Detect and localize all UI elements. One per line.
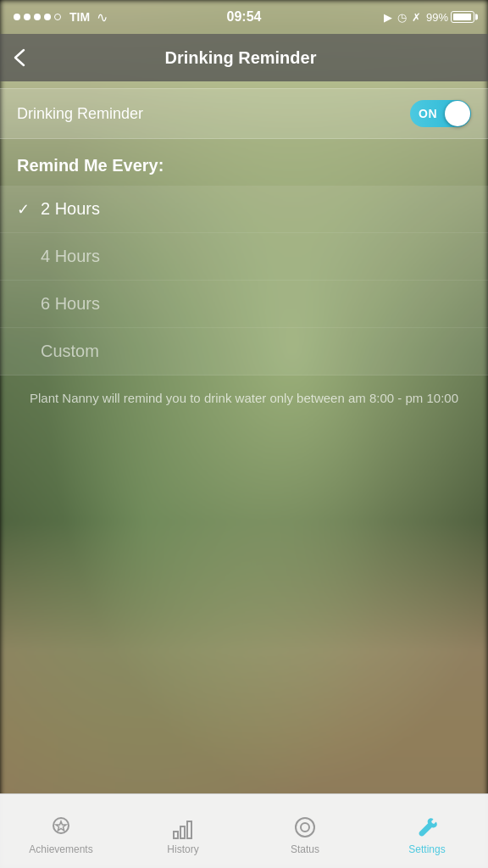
tab-bar: Achievements History Status Settings	[0, 793, 488, 868]
svg-point-5	[296, 818, 314, 837]
status-bar: TIM ∿ 09:54 ▶ ◷ ✗ 99%	[0, 0, 488, 34]
signal-dot-5	[54, 14, 61, 20]
option-2hours-label: 2 Hours	[41, 199, 100, 219]
option-4hours[interactable]: 4 Hours	[0, 233, 488, 281]
battery-fill	[453, 14, 471, 20]
option-6hours-label: 6 Hours	[41, 294, 100, 314]
tab-settings[interactable]: Settings	[366, 808, 488, 855]
option-6hours[interactable]: 6 Hours	[0, 281, 488, 328]
option-2hours[interactable]: ✓ 2 Hours	[0, 186, 488, 233]
status-right: ▶ ◷ ✗ 99%	[384, 11, 474, 24]
option-custom[interactable]: Custom	[0, 328, 488, 376]
toggle-thumb	[445, 101, 470, 126]
option-custom-label: Custom	[41, 342, 99, 361]
history-icon	[170, 815, 196, 840]
info-text: Plant Nanny will remind you to drink wat…	[0, 376, 488, 422]
tab-achievements[interactable]: Achievements	[0, 808, 122, 855]
reminder-label: Drinking Reminder	[17, 105, 143, 123]
tab-settings-label: Settings	[408, 843, 445, 855]
signal-dot-2	[24, 14, 30, 20]
signal-dot-1	[14, 14, 20, 20]
wifi-icon: ∿	[97, 9, 108, 25]
svg-point-6	[301, 823, 309, 832]
tab-achievements-label: Achievements	[29, 843, 92, 855]
svg-marker-1	[56, 821, 66, 831]
status-left: TIM ∿	[14, 9, 108, 25]
bluetooth-icon: ✗	[412, 11, 421, 24]
nav-bar: Drinking Reminder	[0, 34, 488, 81]
tab-status[interactable]: Status	[244, 808, 366, 855]
section-header: Remind Me Every:	[0, 139, 488, 186]
options-list: ✓ 2 Hours 4 Hours 6 Hours Custom	[0, 186, 488, 376]
back-button[interactable]	[14, 45, 32, 70]
tab-status-label: Status	[291, 843, 319, 855]
signal-dot-3	[34, 14, 41, 20]
option-4hours-label: 4 Hours	[41, 247, 100, 266]
battery-indicator: 99%	[426, 11, 474, 24]
status-time: 09:54	[227, 9, 262, 25]
battery-bar	[451, 11, 474, 23]
alarm-icon: ◷	[397, 11, 407, 24]
section-title: Remind Me Every:	[17, 156, 164, 175]
battery-percent: 99%	[426, 11, 448, 24]
reminder-toggle-row: Drinking Reminder ON	[0, 88, 488, 139]
page-title: Drinking Reminder	[32, 48, 449, 68]
content-area: Drinking Reminder ON Remind Me Every: ✓ …	[0, 88, 488, 422]
achievements-icon	[48, 815, 74, 840]
reminder-toggle[interactable]: ON	[410, 100, 471, 127]
tab-history[interactable]: History	[122, 808, 244, 855]
svg-rect-3	[180, 826, 185, 838]
status-icon	[292, 815, 318, 840]
tab-history-label: History	[167, 843, 198, 855]
settings-icon	[414, 815, 440, 840]
info-text-content: Plant Nanny will remind you to drink wat…	[30, 391, 458, 405]
carrier-label: TIM	[69, 10, 90, 24]
option-2hours-check: ✓	[17, 200, 37, 219]
location-icon: ▶	[384, 11, 392, 24]
toggle-on-label: ON	[419, 107, 437, 120]
signal-dot-4	[44, 14, 51, 20]
svg-rect-2	[174, 832, 178, 838]
svg-rect-4	[187, 821, 191, 838]
